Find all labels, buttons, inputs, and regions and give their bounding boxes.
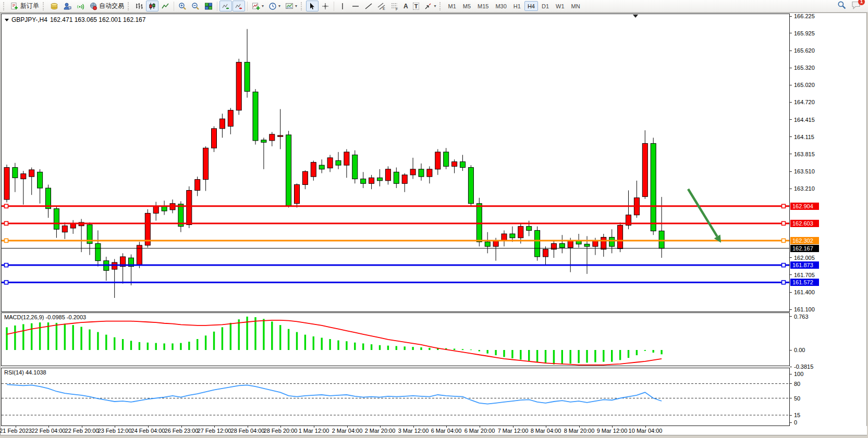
- line-handle[interactable]: [782, 281, 786, 284]
- price-tick-label: 164.415: [794, 117, 815, 123]
- symbol-dropdown-icon[interactable]: [5, 19, 9, 21]
- candle-body: [385, 169, 390, 181]
- toolbar-right: 1: [837, 1, 861, 11]
- symbol-period-label: GBPJPY-,H4: [11, 16, 47, 23]
- price-axis[interactable]: 166.225165.925165.620165.320165.020164.7…: [790, 13, 866, 426]
- candle-body: [402, 175, 407, 183]
- trendline-button[interactable]: [362, 1, 375, 11]
- new-order-icon: [10, 2, 19, 10]
- fibonacci-icon: F: [390, 2, 399, 10]
- candle-body: [319, 165, 324, 169]
- macd-histogram-bar: [379, 345, 381, 350]
- macd-plot: [2, 313, 789, 366]
- auto-trading-button[interactable]: 自动交易: [87, 1, 126, 11]
- chart-shift-icon: [235, 2, 243, 10]
- candle-body: [460, 162, 466, 168]
- horizontal-line-icon: [351, 2, 360, 10]
- chart-shift-button[interactable]: [233, 1, 245, 11]
- candle-body: [261, 140, 266, 142]
- text-button[interactable]: A: [401, 1, 410, 11]
- equidistant-channel-button[interactable]: E: [375, 1, 388, 11]
- timeframe-button-M15[interactable]: M15: [474, 1, 492, 11]
- tile-windows-button[interactable]: [202, 1, 215, 11]
- macd-histogram-bar: [511, 350, 513, 358]
- timeframe-button-H1[interactable]: H1: [510, 1, 524, 11]
- search-icon[interactable]: [837, 1, 846, 11]
- macd-histogram-bar: [371, 344, 372, 350]
- text-label-button[interactable]: T: [411, 1, 422, 11]
- rsi-pane: RSI(14) 44.1038: [1, 368, 790, 426]
- auto-scroll-button[interactable]: [219, 1, 232, 11]
- bar-chart-button[interactable]: [133, 1, 145, 11]
- price-tick-label: 165.620: [794, 47, 815, 54]
- axis-tick-mark: [790, 136, 792, 137]
- add-indicator-icon: [252, 2, 260, 10]
- chart-shift-marker[interactable]: [633, 15, 638, 18]
- timeframe-button-D1[interactable]: D1: [539, 1, 552, 11]
- line-handle[interactable]: [5, 204, 8, 208]
- macd-histogram-bar: [454, 348, 455, 350]
- dropdown-caret-icon: ▾: [278, 4, 280, 8]
- toolbar-separator: [217, 2, 217, 11]
- timeframe-button-M30[interactable]: M30: [492, 1, 509, 11]
- zoom-in-button[interactable]: [176, 1, 189, 11]
- vertical-line-button[interactable]: [336, 1, 349, 11]
- macd-histogram-bar: [288, 329, 289, 350]
- candle-body: [54, 209, 59, 230]
- channel-icon: E: [377, 2, 386, 10]
- timeframe-button-M1[interactable]: M1: [445, 1, 459, 11]
- candlestick-chart-button[interactable]: [146, 1, 158, 11]
- periods-button[interactable]: ▾: [266, 1, 283, 11]
- macd-histogram-bar: [230, 323, 231, 350]
- candle-body: [38, 172, 43, 188]
- macd-histogram-bar: [139, 342, 140, 350]
- timeframe-button-M5[interactable]: M5: [460, 1, 474, 11]
- line-handle[interactable]: [5, 239, 8, 242]
- axis-tick-mark: [790, 292, 792, 293]
- axis-tick-mark: [790, 85, 792, 85]
- macd-values: -0.0985 -0.2003: [45, 314, 86, 320]
- add-indicator-button[interactable]: ▾: [250, 1, 266, 11]
- fibonacci-button[interactable]: F: [388, 1, 401, 11]
- templates-button[interactable]: ▾: [283, 1, 299, 11]
- macd-histogram-bar: [594, 350, 596, 362]
- horizontal-line-button[interactable]: [349, 1, 362, 11]
- time-axis-label: 10 Mar 04:00: [629, 428, 663, 434]
- timeframe-button-H4[interactable]: H4: [524, 1, 538, 11]
- price-tick-label: 161.100: [794, 306, 815, 312]
- arrows-button[interactable]: ▾: [422, 1, 438, 11]
- timeframe-button-MN[interactable]: MN: [568, 1, 583, 11]
- line-handle[interactable]: [5, 221, 8, 225]
- candle-body: [527, 227, 532, 231]
- timeframe-button-W1[interactable]: W1: [553, 1, 568, 11]
- notifications-button[interactable]: 1: [851, 1, 861, 11]
- ohlc-values: 162.471 163.065 162.001 162.167: [50, 16, 146, 23]
- channel-glyph: E: [383, 7, 385, 10]
- arrow-annotation[interactable]: [688, 189, 717, 236]
- candle-body: [559, 244, 565, 248]
- line-handle[interactable]: [782, 204, 786, 208]
- orders-button[interactable]: [48, 1, 60, 11]
- accounts-button[interactable]: [61, 1, 74, 11]
- line-handle[interactable]: [782, 239, 786, 242]
- signals-button[interactable]: [74, 1, 87, 11]
- cursor-button[interactable]: [306, 1, 319, 11]
- line-handle[interactable]: [782, 264, 786, 267]
- line-handle[interactable]: [5, 281, 8, 284]
- macd-histogram-bar: [155, 343, 157, 350]
- crosshair-button[interactable]: [319, 1, 332, 11]
- price-plot: [2, 14, 789, 311]
- macd-histogram-bar: [578, 350, 579, 363]
- time-axis[interactable]: 21 Feb 202322 Feb 04:0022 Feb 20:0023 Fe…: [1, 426, 867, 435]
- line-handle[interactable]: [5, 264, 8, 267]
- zoom-out-button[interactable]: [189, 1, 202, 11]
- price-tick-label: 161.400: [794, 289, 815, 295]
- macd-histogram-bar: [80, 327, 82, 350]
- fibonacci-glyph: F: [396, 7, 398, 10]
- candle-body: [593, 241, 598, 246]
- price-tick-label: 166.225: [794, 13, 815, 19]
- new-order-button[interactable]: 新订单: [8, 1, 41, 11]
- axis-tick-mark: [790, 51, 792, 51]
- line-handle[interactable]: [782, 221, 786, 225]
- line-chart-button[interactable]: [159, 1, 172, 11]
